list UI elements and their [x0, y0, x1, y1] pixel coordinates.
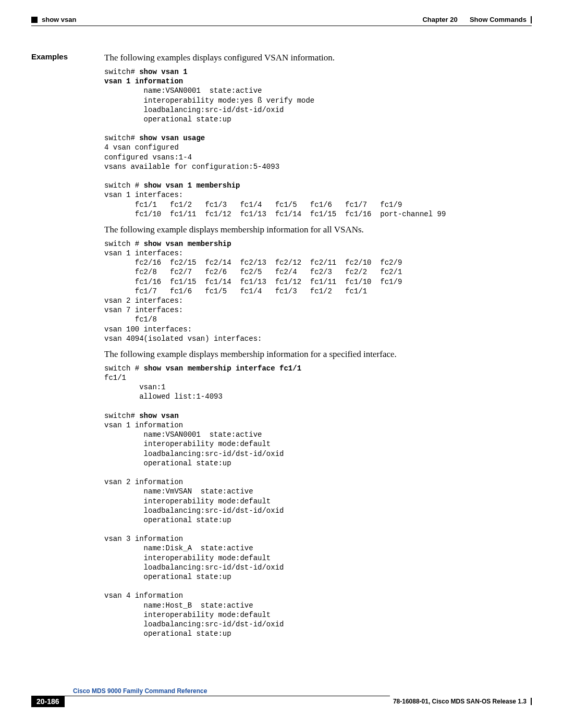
header-bar-icon	[531, 16, 532, 23]
code-block-2: switch # show vsan membership vsan 1 int…	[104, 239, 532, 343]
header-chapter: Chapter 20	[422, 16, 457, 23]
footer-bar-icon	[531, 698, 532, 705]
page-header: show vsan Chapter 20 Show Commands	[31, 16, 532, 23]
header-rule	[31, 26, 532, 26]
code-block-1: switch# show vsan 1 vsan 1 information n…	[104, 67, 532, 219]
code-block-3: switch # show vsan membership interface …	[104, 364, 532, 638]
intro-text-3: The following example displays membershi…	[104, 349, 532, 361]
footer-release: 78-16088-01, Cisco MDS SAN-OS Release 1.…	[393, 698, 527, 705]
section-label: Examples	[31, 52, 68, 61]
intro-text-1: The following examples displays configur…	[104, 52, 532, 64]
header-chapter-title: Show Commands	[470, 16, 527, 23]
page-footer: Cisco MDS 9000 Family Command Reference …	[31, 687, 532, 707]
header-left-text: show vsan	[42, 16, 76, 23]
footer-rule	[65, 696, 390, 696]
intro-text-2: The following example displays membershi…	[104, 224, 532, 236]
footer-reference-title: Cisco MDS 9000 Family Command Reference	[73, 687, 532, 695]
header-marker-icon	[31, 17, 38, 23]
page-number-badge: 20-186	[31, 696, 65, 707]
